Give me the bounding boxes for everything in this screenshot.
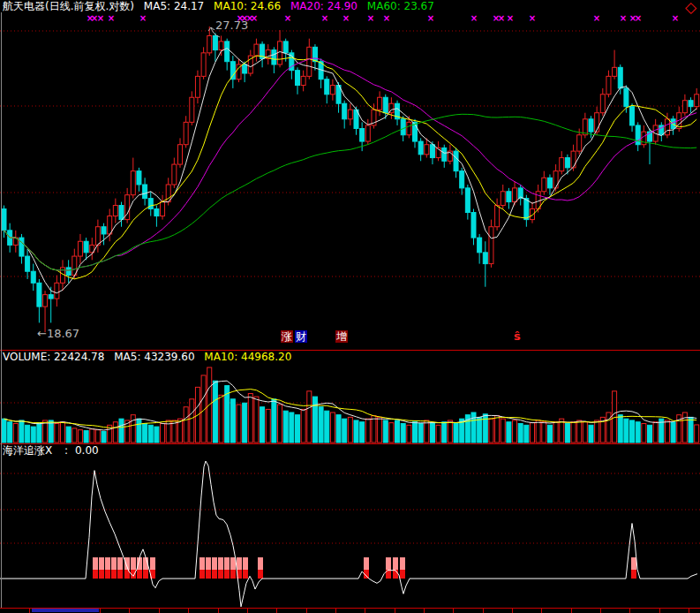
trough-price-annotation: ←18.67	[37, 327, 79, 340]
svg-text:×: ×	[427, 14, 434, 23]
peak-price-annotation: 27.73	[215, 19, 248, 32]
indicator-header: 海洋追涨X : 0.00	[3, 444, 99, 458]
main-chart-header: 航天电器(日线.前复权.对数) MA5: 24.17 MA10: 24.66 M…	[3, 0, 440, 14]
stock-title: 航天电器(日线.前复权.对数)	[3, 0, 134, 12]
timeline-tick	[100, 609, 101, 613]
timeline-line	[0, 608, 700, 609]
volume-value: VOLUME: 22424.78	[3, 351, 104, 363]
timeline-tick	[483, 609, 484, 613]
ma60-value: MA60: 23.67	[367, 0, 434, 12]
volume-chart[interactable]	[0, 365, 700, 443]
timeline-tick	[395, 609, 395, 613]
volume-header: VOLUME: 22424.78 MA5: 43239.60 MA10: 449…	[3, 351, 297, 364]
svg-text:×: ×	[367, 14, 374, 23]
svg-text:×: ×	[251, 14, 258, 23]
svg-text:×: ×	[470, 14, 478, 23]
timeline-tick	[129, 609, 130, 613]
timeline-tick	[659, 609, 660, 613]
svg-text:×: ×	[284, 14, 291, 23]
svg-text:×: ×	[507, 14, 514, 23]
timeline-tick	[335, 609, 336, 613]
svg-text:×: ×	[529, 14, 536, 23]
volume-ma10-value: MA10: 44968.20	[204, 351, 291, 363]
timeline-tick	[247, 609, 248, 613]
stock-chart-app: 航天电器(日线.前复权.对数) MA5: 24.17 MA10: 24.66 M…	[0, 0, 700, 613]
svg-text:×: ×	[593, 14, 600, 23]
timeline-tick	[424, 609, 425, 613]
signal-s-marker: ŝ	[514, 329, 521, 343]
indicator-chart[interactable]	[0, 458, 700, 608]
svg-text:×: ×	[635, 14, 642, 23]
timeline-tick	[512, 609, 513, 613]
svg-text:×: ×	[321, 14, 328, 23]
timeline-tick	[159, 609, 160, 613]
timeline-tick	[188, 609, 189, 613]
timeline-tick	[541, 609, 542, 613]
timeline-tick	[453, 609, 454, 613]
panel-divider	[0, 443, 700, 444]
svg-text:×: ×	[108, 14, 115, 23]
tag-label-cai: 财	[295, 330, 307, 343]
main-price-chart[interactable]: ×××××××××××××××××××××××××	[0, 14, 700, 351]
timeline-tick	[218, 609, 219, 613]
timeline-tick	[629, 609, 630, 613]
tag-label-zeng: 增	[335, 330, 348, 343]
timeline-tick	[29, 609, 30, 613]
svg-text:×: ×	[620, 14, 627, 23]
svg-text:×: ×	[498, 14, 505, 23]
svg-text:×: ×	[342, 14, 350, 23]
timeline-selection[interactable]	[32, 609, 99, 612]
indicator-value: 0.00	[75, 444, 99, 457]
timeline-tick	[689, 609, 689, 613]
indicator-name: 海洋追涨X	[3, 444, 52, 457]
indicator-separator: :	[64, 444, 68, 457]
svg-text:×: ×	[672, 14, 679, 23]
ma5-value: MA5: 24.17	[144, 0, 204, 12]
timeline-tick	[306, 609, 307, 613]
timeline-axis[interactable]	[0, 608, 700, 613]
ma20-value: MA20: 24.90	[290, 0, 358, 12]
svg-text:×: ×	[97, 14, 104, 23]
volume-ma5-value: MA5: 43239.60	[114, 351, 194, 363]
chart-left-border	[1, 12, 2, 608]
timeline-tick	[365, 609, 365, 613]
timeline-tick	[600, 609, 601, 613]
svg-text:×: ×	[383, 14, 390, 23]
timeline-tick	[571, 609, 572, 613]
timeline-tick	[276, 609, 277, 613]
ma10-value: MA10: 24.66	[214, 0, 281, 12]
tag-label-zhang: 涨	[281, 330, 293, 343]
svg-text:×: ×	[139, 14, 147, 23]
